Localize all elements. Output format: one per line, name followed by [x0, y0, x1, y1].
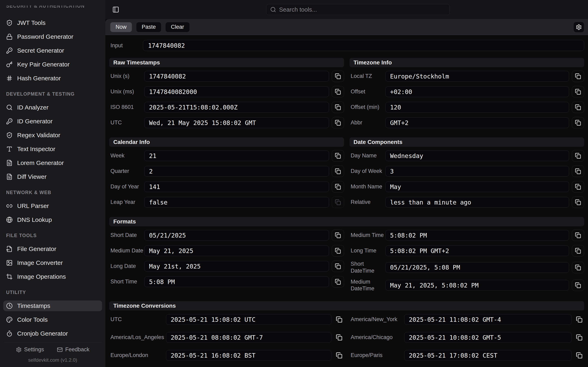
now-button[interactable]: Now — [110, 22, 132, 32]
field-value[interactable]: May 21, 2025, 5:08:02 PM — [385, 280, 569, 291]
copy-button[interactable] — [334, 350, 344, 361]
copy-button[interactable] — [572, 181, 584, 192]
sidebar-item-dns-lookup[interactable]: DNS Lookup — [3, 215, 102, 225]
field-value[interactable]: May — [385, 182, 569, 192]
field-row: Short DateTime05/21/2025, 5:08 PM — [350, 261, 584, 275]
panel-timezone-conversions: Timezone ConversionsUTC2025-05-21 15:08:… — [109, 301, 584, 367]
search-box[interactable] — [266, 4, 450, 15]
copy-button[interactable] — [572, 86, 584, 98]
field-value[interactable]: Wed, 21 May 2025 15:08:02 GMT — [144, 117, 329, 128]
field-value[interactable]: 5:08:02 PM GMT+2 — [385, 245, 569, 256]
field-value[interactable]: 2025-05-21 15:08:02 UTC — [166, 314, 331, 325]
sidebar-item-image-operations[interactable]: Image Operations — [3, 271, 102, 282]
field-value[interactable]: 5:08:02 PM — [385, 230, 569, 241]
copy-button[interactable] — [332, 276, 344, 287]
settings-link[interactable]: Settings — [16, 346, 44, 353]
field-value[interactable]: 05/21/2025 — [144, 230, 329, 241]
copy-icon — [576, 334, 582, 341]
sidebar-item-lorem-generator[interactable]: Lorem Generator — [3, 158, 102, 168]
sidebar-item-text-inspector[interactable]: Text Inspector — [3, 144, 102, 154]
sidebar-item-secret-generator[interactable]: Secret Generator — [3, 45, 102, 56]
copy-button[interactable] — [332, 101, 344, 113]
sidebar-item-url-parser[interactable]: URL Parser — [3, 201, 102, 211]
sidebar-item-file-generator[interactable]: File Generator — [3, 244, 102, 254]
copy-button[interactable] — [572, 230, 584, 241]
sidebar-item-key-pair-generator[interactable]: Key Pair Generator — [3, 59, 102, 70]
sidebar-item-id-analyzer[interactable]: ID Analyzer — [3, 102, 102, 113]
sidebar-item-id-generator[interactable]: ID Generator — [3, 116, 102, 127]
copy-button[interactable] — [332, 230, 344, 241]
field-value[interactable]: 2025-05-21 17:08:02 CEST — [404, 350, 572, 361]
field-value[interactable]: 21 — [144, 150, 329, 161]
sidebar-section-header: NETWORK & WEB — [3, 190, 102, 195]
copy-button[interactable] — [572, 262, 584, 273]
sidebar-item-password-generator[interactable]: Password Generator — [3, 31, 102, 42]
copy-button[interactable] — [334, 314, 344, 325]
copy-button[interactable] — [574, 314, 584, 325]
sidebar-item-hash-generator[interactable]: Hash Generator — [3, 73, 102, 83]
field-value[interactable]: May 21, 2025 — [144, 245, 329, 256]
feedback-link[interactable]: Feedback — [57, 346, 89, 353]
copy-button[interactable] — [574, 350, 584, 361]
field-value[interactable]: GMT+2 — [385, 117, 569, 128]
field-value[interactable]: +02:00 — [385, 86, 569, 97]
field-value[interactable]: Europe/Stockholm — [385, 71, 569, 82]
copy-button[interactable] — [332, 71, 344, 82]
clear-button[interactable]: Clear — [165, 22, 190, 32]
copy-button[interactable] — [572, 280, 584, 291]
copy-button[interactable] — [332, 181, 344, 192]
field-value[interactable]: 2025-05-21 16:08:02 BST — [166, 350, 331, 361]
copy-button[interactable] — [572, 71, 584, 82]
sidebar-item-regex-validator[interactable]: Regex Validator — [3, 130, 102, 141]
field-value[interactable]: Wednesday — [385, 150, 569, 161]
copy-button[interactable] — [332, 150, 344, 161]
field-row: UTC2025-05-21 15:08:02 UTC — [109, 314, 344, 325]
sidebar-item-label: Diff Viewer — [17, 173, 47, 180]
sidebar-item-cronjob-generator[interactable]: Cronjob Generator — [3, 328, 102, 339]
field-value[interactable]: May 21st, 2025 — [144, 261, 329, 272]
copy-button[interactable] — [574, 332, 584, 343]
copy-button[interactable] — [572, 150, 584, 161]
copy-button[interactable] — [572, 101, 584, 113]
field-value[interactable]: 120 — [385, 102, 569, 113]
field-value[interactable]: 1747840082000 — [144, 86, 329, 97]
tool-settings-button[interactable] — [574, 22, 584, 32]
field-value[interactable]: 141 — [144, 182, 329, 192]
copy-button[interactable] — [332, 261, 344, 272]
field-value[interactable]: 2025-05-21T15:08:02.000Z — [144, 102, 329, 113]
copy-button[interactable] — [572, 166, 584, 177]
sidebar-item-timestamps[interactable]: Timestamps — [3, 300, 102, 311]
copy-button[interactable] — [572, 245, 584, 257]
search-input[interactable] — [279, 6, 446, 13]
sidebar-toggle-icon[interactable] — [112, 6, 119, 13]
paste-button[interactable]: Paste — [136, 22, 161, 32]
sidebar-item-jwt-tools[interactable]: JWT Tools — [3, 17, 102, 28]
copy-button[interactable] — [332, 166, 344, 177]
field-value[interactable]: 5:08 PM — [144, 276, 329, 287]
field-value[interactable]: 2025-05-21 10:08:02 GMT-5 — [404, 332, 572, 343]
field-value[interactable]: 05/21/2025, 5:08 PM — [385, 262, 569, 273]
field-value[interactable]: 2025-05-21 08:08:02 GMT-7 — [166, 332, 331, 343]
field-value[interactable]: 1747840082 — [144, 71, 329, 82]
field-value[interactable]: 2 — [144, 166, 329, 176]
copy-button[interactable] — [572, 197, 584, 208]
sidebar-item-image-converter[interactable]: Image Converter — [3, 258, 102, 268]
sidebar-item-color-tools[interactable]: Color Tools — [3, 314, 102, 325]
sidebar-item-diff-viewer[interactable]: Diff Viewer — [3, 171, 102, 182]
field-value[interactable]: 2025-05-21 11:08:02 GMT-4 — [404, 314, 572, 325]
copy-button[interactable] — [332, 245, 344, 257]
field-label: Medium Date — [109, 247, 144, 254]
file-text-icon — [6, 174, 13, 180]
field-value[interactable]: false — [144, 197, 329, 208]
copy-button[interactable] — [334, 332, 344, 343]
settings-label: Settings — [24, 346, 44, 353]
input-field[interactable]: 1747840082 — [143, 40, 584, 51]
field-value[interactable]: less than a minute ago — [385, 197, 569, 208]
copy-button[interactable] — [572, 117, 584, 128]
field-value[interactable]: 3 — [385, 166, 569, 176]
copy-button[interactable] — [332, 117, 344, 128]
sidebar-section-header: UTILITY — [3, 290, 102, 295]
copy-button[interactable] — [332, 86, 344, 98]
field-row: Short Date05/21/2025 — [109, 230, 344, 241]
search-icon — [270, 7, 276, 13]
